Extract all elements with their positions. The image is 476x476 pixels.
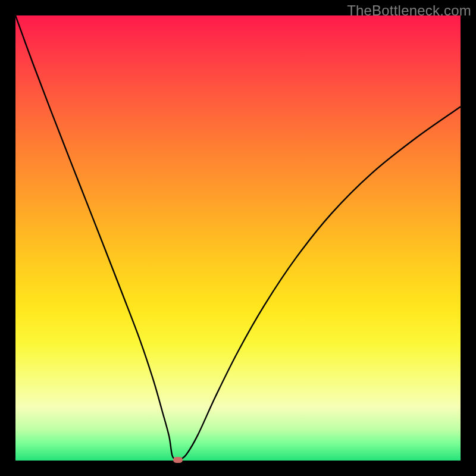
optimal-point-marker (173, 457, 183, 463)
chart-frame: TheBottleneck.com (0, 0, 476, 476)
plot-area (15, 15, 461, 461)
bottleneck-curve (15, 15, 461, 461)
watermark-text: TheBottleneck.com (347, 2, 471, 19)
